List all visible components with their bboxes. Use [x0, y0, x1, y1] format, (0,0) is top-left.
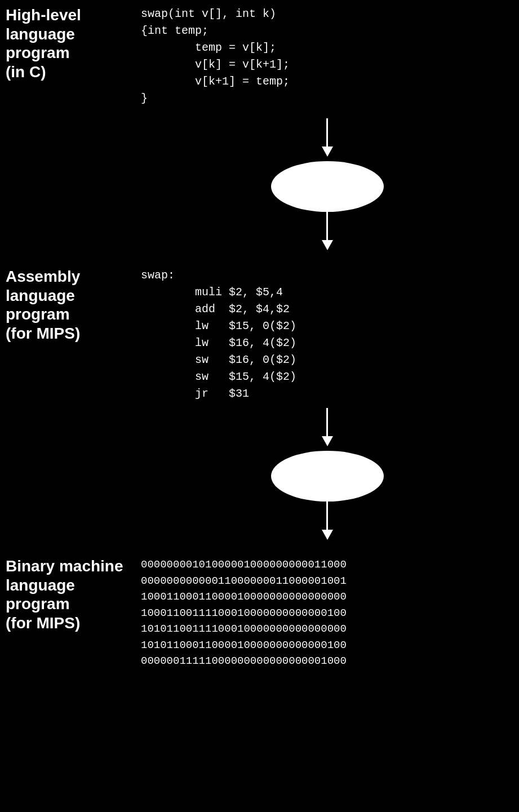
assembly-code: swap: muli $2, $5,4 add $2, $4,$2 lw $15… — [141, 267, 513, 402]
assembly-section: Assembly language program (for MIPS) swa… — [0, 267, 519, 402]
arrow-line-top-2 — [326, 408, 328, 436]
binary-label-line3: program — [6, 595, 70, 613]
highlevel-code-col: swap(int v[], int k) {int temp; temp = v… — [135, 6, 519, 107]
assembly-label-line1: Assembly — [6, 268, 80, 285]
assembly-label: Assembly language program (for MIPS) — [0, 267, 135, 343]
binary-label-line2: language — [6, 576, 75, 594]
assembly-code-col: swap: muli $2, $5,4 add $2, $4,$2 lw $15… — [135, 267, 519, 402]
arrow-line-bottom-2 — [326, 502, 328, 530]
bottom-spacer — [0, 669, 519, 692]
binary-code: 00000000101000001000000000011000 0000000… — [141, 557, 513, 669]
binary-label-line1: Binary machine — [6, 557, 123, 575]
arrow-head-2 — [322, 436, 333, 446]
arrow-head-bottom-1 — [322, 240, 333, 250]
assembly-label-line4: (for MIPS) — [6, 325, 80, 342]
highlevel-section: High-level language program (in C) swap(… — [0, 0, 519, 113]
binary-label-line4: (for MIPS) — [6, 614, 80, 632]
arrow-line-top-1 — [326, 118, 328, 147]
highlevel-label: High-level language program (in C) — [0, 6, 135, 81]
highlevel-label-line2: language — [6, 25, 75, 43]
spacer-between-1-2 — [0, 256, 519, 267]
highlevel-label-line1: High-level — [6, 6, 81, 24]
assembly-label-line3: program — [6, 305, 70, 323]
highlevel-code: swap(int v[], int k) {int temp; temp = v… — [141, 6, 513, 107]
highlevel-label-line3: program — [6, 44, 70, 61]
arrow-head-bottom-2 — [322, 530, 333, 540]
spacer-between-2-3 — [0, 545, 519, 557]
binary-section: Binary machine language program (for MIP… — [0, 557, 519, 669]
connector2 — [135, 402, 519, 545]
binary-code-col: 00000000101000001000000000011000 0000000… — [135, 557, 519, 669]
assembly-label-line2: language — [6, 287, 75, 304]
compiler-ellipse — [271, 161, 384, 212]
assembler-ellipse — [271, 451, 384, 502]
page-container: High-level language program (in C) swap(… — [0, 0, 519, 812]
binary-label: Binary machine language program (for MIP… — [0, 557, 135, 632]
connector1 — [135, 113, 519, 256]
highlevel-label-line4: (in C) — [6, 63, 46, 81]
arrow-line-bottom-1 — [326, 212, 328, 240]
arrow-head-1 — [322, 147, 333, 157]
